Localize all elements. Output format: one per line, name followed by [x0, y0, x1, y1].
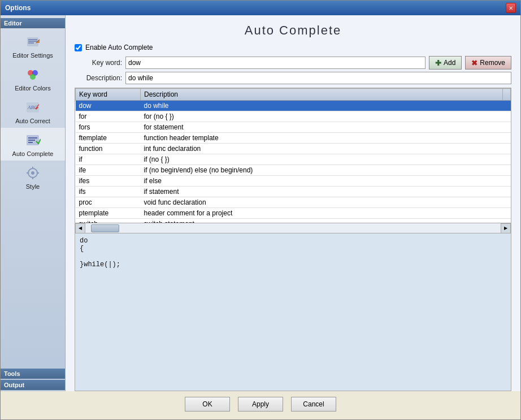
keyword-row: Key word: ✚ Add ✖ Remove — [75, 56, 511, 70]
keyword-tbody: dowdo whileforfor (no { })forsfor statem… — [76, 101, 511, 224]
cell-spacer — [503, 111, 511, 122]
table-row[interactable]: procvoid func declaration — [76, 197, 511, 208]
cell-keyword: fors — [76, 122, 141, 133]
cell-keyword: function — [76, 144, 141, 154]
main-content: Editor Editor Settings — [1, 15, 520, 391]
sidebar-footer: Tools Output — [1, 369, 65, 391]
close-button[interactable]: ✕ — [506, 3, 516, 13]
title-bar: Options ✕ — [1, 1, 520, 15]
remove-label: Remove — [480, 59, 505, 67]
table-row[interactable]: ifeif (no begin/end) else (no begin/end) — [76, 165, 511, 176]
sidebar-label-style: Style — [26, 183, 40, 190]
autocorrect-icon: ABC — [24, 98, 42, 116]
table-row[interactable]: forsfor statement — [76, 122, 511, 133]
remove-button[interactable]: ✖ Remove — [465, 56, 511, 70]
cell-keyword: ifs — [76, 187, 141, 197]
cell-description: int func declaration — [141, 144, 503, 154]
cell-description: switch statement — [141, 219, 503, 224]
description-label: Description: — [75, 74, 125, 82]
scroll-right-button[interactable]: ▶ — [501, 223, 511, 233]
bottom-buttons: OK Apply Cancel — [1, 391, 520, 419]
cell-keyword: proc — [76, 197, 141, 208]
cell-spacer — [503, 133, 511, 144]
cell-spacer — [503, 208, 511, 219]
scroll-thumb[interactable] — [91, 224, 119, 232]
cell-spacer — [503, 187, 511, 197]
description-row: Description: — [75, 72, 511, 84]
col-header-description: Description — [141, 89, 503, 101]
keyword-table: Key word Description dowdo whileforfor (… — [75, 88, 511, 223]
cell-spacer — [503, 144, 511, 154]
cell-spacer — [503, 176, 511, 187]
pencil-icon — [24, 33, 42, 51]
sidebar-section-editor: Editor — [1, 18, 65, 28]
table-row[interactable]: ifif (no { }) — [76, 154, 511, 165]
sidebar-label-editor-settings: Editor Settings — [12, 52, 53, 59]
table-row[interactable]: forfor (no { }) — [76, 111, 511, 122]
description-input[interactable] — [125, 72, 511, 84]
cell-keyword: ptemplate — [76, 208, 141, 219]
cell-spacer — [503, 154, 511, 165]
cell-description: header comment for a project — [141, 208, 503, 219]
table-row[interactable]: functionint func declaration — [76, 144, 511, 154]
x-icon: ✖ — [471, 59, 477, 67]
horizontal-scrollbar[interactable]: ◀ ▶ — [75, 223, 511, 233]
sidebar-item-editor-colors[interactable]: Editor Colors — [1, 62, 65, 95]
table-row[interactable]: ftemplatefunction header template — [76, 133, 511, 144]
cell-keyword: if — [76, 154, 141, 165]
code-preview: do { }while(|); — [75, 233, 511, 391]
table-row[interactable]: ifsif statement — [76, 187, 511, 197]
colors-icon — [24, 66, 42, 84]
style-icon — [24, 164, 42, 182]
table-row[interactable]: ifesif else — [76, 176, 511, 187]
table-row[interactable]: ptemplateheader comment for a project — [76, 208, 511, 219]
cell-description: do while — [141, 101, 503, 111]
main-window: Options ✕ Editor Editor Settings — [0, 0, 521, 420]
cell-keyword: dow — [76, 101, 141, 111]
col-header-keyword: Key word — [76, 89, 141, 101]
sidebar-label-auto-complete: Auto Complete — [12, 150, 54, 157]
cell-spacer — [503, 101, 511, 111]
panel-body: Enable Auto Complete Key word: ✚ Add — [66, 44, 520, 391]
sidebar-footer-output: Output — [1, 380, 65, 390]
scroll-track[interactable] — [85, 223, 501, 233]
svg-point-8 — [30, 74, 36, 80]
col-scroll-spacer — [503, 89, 511, 101]
cell-spacer — [503, 122, 511, 133]
code-preview-text: do { }while(|); — [80, 237, 506, 269]
cell-keyword: ife — [76, 165, 141, 176]
cell-description: for statement — [141, 122, 503, 133]
cell-description: function header template — [141, 133, 503, 144]
add-remove-buttons: ✚ Add ✖ Remove — [429, 56, 511, 70]
scroll-left-button[interactable]: ◀ — [75, 223, 85, 233]
cell-description: if else — [141, 176, 503, 187]
cell-description: if (no begin/end) else (no begin/end) — [141, 165, 503, 176]
cell-spacer — [503, 165, 511, 176]
enable-label: Enable Auto Complete — [85, 44, 153, 51]
cell-description: for (no { }) — [141, 111, 503, 122]
cell-keyword: ftemplate — [76, 133, 141, 144]
enable-checkbox[interactable] — [75, 44, 82, 51]
sidebar-footer-tools: Tools — [1, 369, 65, 379]
keyword-input[interactable] — [125, 57, 426, 69]
keyword-label: Key word: — [75, 59, 125, 67]
sidebar-item-style[interactable]: Style — [1, 161, 65, 193]
sidebar-item-auto-complete[interactable]: Auto Complete — [1, 128, 65, 161]
panel-title: Auto Complete — [66, 15, 520, 44]
add-button[interactable]: ✚ Add — [429, 56, 462, 70]
cell-description: void func declaration — [141, 197, 503, 208]
apply-button[interactable]: Apply — [238, 397, 283, 412]
sidebar-item-auto-correct[interactable]: ABC Auto Correct — [1, 95, 65, 128]
table-row[interactable]: switchswitch statement — [76, 219, 511, 224]
sidebar-item-editor-settings[interactable]: Editor Settings — [1, 29, 65, 62]
keyword-table-container[interactable]: Key word Description dowdo whileforfor (… — [75, 88, 511, 223]
sidebar-label-auto-correct: Auto Correct — [15, 118, 50, 124]
sidebar: Editor Editor Settings — [1, 15, 66, 391]
table-row[interactable]: dowdo while — [76, 101, 511, 111]
ok-button[interactable]: OK — [185, 397, 230, 412]
cell-keyword: for — [76, 111, 141, 122]
window-title: Options — [5, 4, 31, 12]
right-panel: Auto Complete Enable Auto Complete Key w… — [66, 15, 520, 391]
cancel-button[interactable]: Cancel — [291, 397, 336, 412]
cell-spacer — [503, 197, 511, 208]
